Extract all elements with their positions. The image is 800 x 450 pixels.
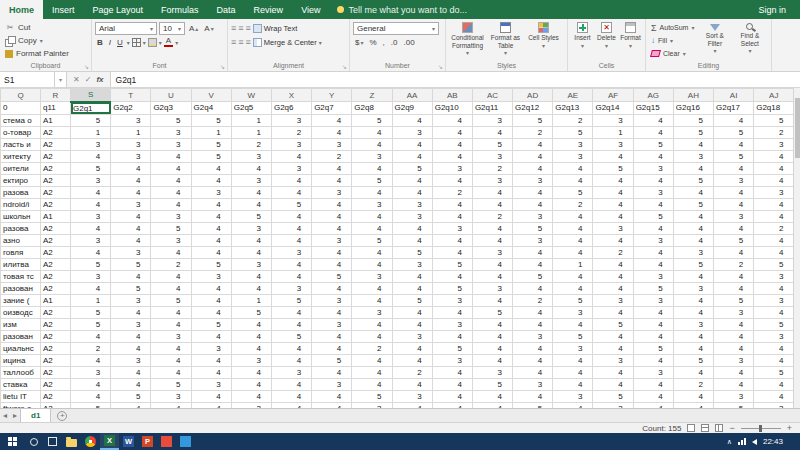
cell[interactable]: G2q18 <box>754 102 794 115</box>
cell[interactable]: 3 <box>111 198 151 210</box>
cell[interactable]: 5 <box>673 198 713 210</box>
cell[interactable]: 4 <box>191 246 231 258</box>
cell[interactable]: 4 <box>472 342 512 354</box>
cell[interactable]: 4 <box>754 246 794 258</box>
cell[interactable]: 2 <box>714 258 754 270</box>
cell[interactable]: 3 <box>553 342 593 354</box>
cell[interactable]: 4 <box>472 234 512 246</box>
cell[interactable]: 4 <box>714 342 754 354</box>
cell[interactable]: изм <box>1 318 41 330</box>
cell[interactable]: 4 <box>513 138 553 150</box>
powerpoint-icon[interactable]: P <box>138 433 157 450</box>
cell[interactable]: 4 <box>312 162 352 174</box>
cell[interactable]: 4 <box>392 138 432 150</box>
cell[interactable]: 3 <box>673 318 713 330</box>
cell[interactable]: 4 <box>472 318 512 330</box>
sheet-nav-left-icon[interactable]: ◂ <box>0 409 10 422</box>
cell[interactable]: 4 <box>312 246 352 258</box>
cell[interactable]: 3 <box>191 342 231 354</box>
cell[interactable]: G2q2 <box>111 102 151 115</box>
cell[interactable]: 4 <box>392 306 432 318</box>
cell[interactable]: 4 <box>432 378 472 390</box>
cell[interactable]: 4 <box>191 234 231 246</box>
cell[interactable]: A2 <box>41 330 71 342</box>
zoom-in-button[interactable]: + <box>787 423 792 433</box>
cell[interactable]: 3 <box>754 270 794 282</box>
cell[interactable]: A2 <box>41 378 71 390</box>
cell[interactable]: 3 <box>71 234 111 246</box>
cell[interactable]: 4 <box>392 186 432 198</box>
cell[interactable]: 5 <box>151 378 191 390</box>
cell[interactable]: G2q8 <box>352 102 392 115</box>
cell[interactable]: 4 <box>111 366 151 378</box>
cell[interactable]: 4 <box>191 402 231 408</box>
cell[interactable]: 4 <box>553 174 593 186</box>
cell[interactable]: 5 <box>231 306 271 318</box>
cell[interactable]: 4 <box>593 186 633 198</box>
cell[interactable]: 4 <box>231 318 271 330</box>
cell[interactable]: 4 <box>673 270 713 282</box>
cell[interactable]: 4 <box>553 210 593 222</box>
start-button[interactable] <box>0 433 24 450</box>
cell[interactable]: 5 <box>151 114 191 126</box>
cell[interactable]: 4 <box>633 330 673 342</box>
cell[interactable]: 4 <box>191 282 231 294</box>
cell[interactable]: 4 <box>151 198 191 210</box>
sheet-tab-d1[interactable]: d1 <box>20 409 51 422</box>
cell[interactable]: 3 <box>151 390 191 402</box>
cell[interactable]: 4 <box>432 246 472 258</box>
cell[interactable]: 5 <box>392 246 432 258</box>
cell[interactable]: 4 <box>151 354 191 366</box>
cell[interactable]: 5 <box>352 234 392 246</box>
cell[interactable]: A2 <box>41 390 71 402</box>
cell[interactable]: 3 <box>593 402 633 408</box>
cell[interactable]: 5 <box>432 258 472 270</box>
cell[interactable]: 5 <box>392 294 432 306</box>
cell[interactable]: 4 <box>111 222 151 234</box>
excel-icon[interactable]: X <box>100 433 119 450</box>
cell[interactable]: 2 <box>553 198 593 210</box>
cell[interactable]: 5 <box>71 114 111 126</box>
cell[interactable]: 4 <box>312 210 352 222</box>
cell[interactable]: 4 <box>714 222 754 234</box>
cell[interactable]: 4 <box>714 366 754 378</box>
page-break-view-icon[interactable] <box>715 424 723 432</box>
col-header-T[interactable]: T <box>111 89 151 102</box>
col-header-R[interactable]: R <box>41 89 71 102</box>
cell[interactable]: 4 <box>312 306 352 318</box>
cell[interactable]: 5 <box>553 294 593 306</box>
cell[interactable]: 3 <box>593 354 633 366</box>
cell[interactable]: 4 <box>673 222 713 234</box>
cell[interactable]: 4 <box>352 366 392 378</box>
cell[interactable]: 4 <box>231 390 271 402</box>
increase-decimal-button[interactable]: .0 <box>389 36 400 49</box>
cell[interactable]: 4 <box>513 282 553 294</box>
cell[interactable]: илитва <box>1 258 41 270</box>
enter-icon[interactable]: ✓ <box>85 75 92 84</box>
cell[interactable]: 5 <box>392 162 432 174</box>
cell[interactable]: 4 <box>231 342 271 354</box>
cell[interactable]: 3 <box>312 294 352 306</box>
cell[interactable]: 4 <box>593 330 633 342</box>
cell[interactable]: 5 <box>553 330 593 342</box>
percent-style-button[interactable]: % <box>367 36 378 49</box>
cell[interactable]: A2 <box>41 198 71 210</box>
cell[interactable]: товая тс <box>1 270 41 282</box>
cell[interactable]: G2q14 <box>593 102 633 115</box>
cell[interactable]: 4 <box>71 354 111 366</box>
cell[interactable]: 3 <box>472 246 512 258</box>
cell[interactable]: 4 <box>553 402 593 408</box>
cell[interactable]: 4 <box>633 150 673 162</box>
col-header-AD[interactable]: AD <box>513 89 553 102</box>
cell[interactable]: 4 <box>352 246 392 258</box>
cell[interactable]: 4 <box>754 198 794 210</box>
cell[interactable]: 4 <box>71 330 111 342</box>
font-dialog-launcher[interactable]: ↘ <box>220 64 225 70</box>
cell[interactable]: 5 <box>714 150 754 162</box>
comma-style-button[interactable]: , <box>381 36 387 49</box>
alignment-dialog-launcher[interactable]: ↘ <box>342 64 347 70</box>
cell[interactable]: 5 <box>71 318 111 330</box>
cell[interactable]: 5 <box>151 294 191 306</box>
cell[interactable]: 3 <box>553 138 593 150</box>
cell[interactable]: 4 <box>432 150 472 162</box>
